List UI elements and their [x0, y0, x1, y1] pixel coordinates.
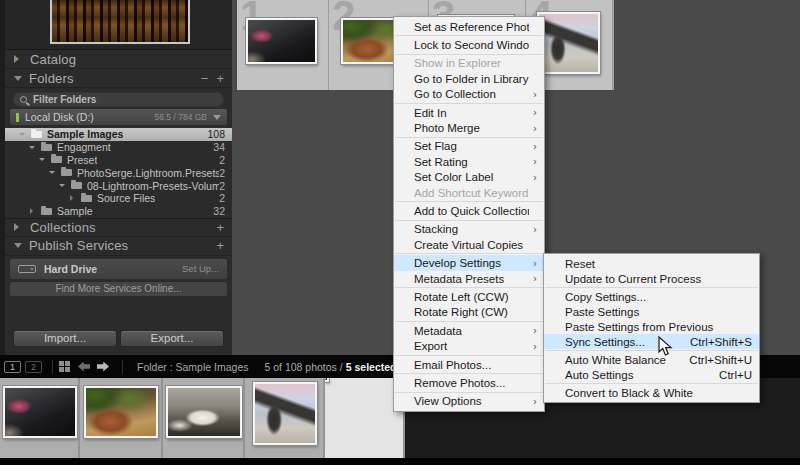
collapse-folders-button[interactable]: − [201, 71, 209, 86]
menu-item[interactable]: Remove Photos... › [394, 375, 544, 390]
filter-folders-input[interactable]: Filter Folders [13, 92, 224, 107]
menu-item[interactable]: View Options › [394, 394, 544, 409]
collections-panel-header[interactable]: Collections + [5, 218, 232, 237]
menu-item[interactable]: Metadata Presets › [394, 271, 544, 286]
filmstrip-cell[interactable]: ± [163, 378, 245, 458]
publish-services-panel-header[interactable]: Publish Services + [5, 237, 232, 256]
menu-item[interactable]: Go to Folder in Library › [394, 71, 544, 86]
menu-separator [395, 137, 543, 138]
second-window-button[interactable]: 2 [25, 361, 42, 373]
main-window-button[interactable]: 1 [4, 361, 21, 373]
menu-item[interactable]: Auto White Balance Ctrl+Shift+U [544, 352, 759, 367]
disclosure-triangle-icon[interactable] [29, 208, 39, 214]
add-publish-service-button[interactable]: + [216, 238, 224, 253]
menu-item[interactable]: Rotate Right (CW) › [394, 305, 544, 320]
menu-item-label: Copy Settings... [565, 291, 734, 303]
menu-item-label: Add Shortcut Keyword [414, 187, 529, 199]
disclosure-triangle-icon[interactable] [59, 181, 69, 190]
menu-item-label: Photo Merge [414, 122, 529, 134]
next-photo-arrow-icon[interactable] [97, 362, 109, 372]
photo-thumbnail[interactable]: ± [166, 386, 242, 438]
menu-item[interactable]: Export › [394, 338, 544, 353]
menu-item-label: Metadata [414, 325, 529, 337]
folder-icon [71, 182, 82, 189]
folder-row[interactable]: 08-Lightroom-Presets-Volume-3-Mo... 2 [5, 179, 232, 192]
folders-panel-header[interactable]: Folders − + [5, 69, 232, 88]
menu-item[interactable]: Copy Settings... [544, 289, 759, 304]
folder-row[interactable]: Preset 2 [5, 154, 232, 167]
search-icon [20, 96, 27, 103]
photo-thumbnail[interactable]: ± [613, 0, 614, 4]
navigator-preview-image[interactable] [50, 0, 190, 44]
source-folder-label[interactable]: Folder : Sample Images [137, 361, 248, 373]
photo-thumbnail[interactable]: ± [84, 386, 158, 438]
menu-item[interactable]: Rotate Left (CCW) › [394, 289, 544, 304]
submenu-arrow-icon: › [529, 273, 537, 284]
menu-item[interactable]: Add Shortcut Keyword › [394, 185, 544, 200]
menu-item[interactable]: Set as Reference Photo › [394, 19, 544, 34]
folder-row[interactable]: Source Files 2 [5, 192, 232, 205]
previous-photo-arrow-icon[interactable] [78, 362, 90, 372]
volume-chevron-down-icon[interactable] [213, 115, 221, 124]
grid-cell[interactable]: 5 ± [613, 0, 614, 90]
menu-item[interactable]: Lock to Second Window › [394, 37, 544, 52]
disclosure-triangle-icon[interactable] [19, 130, 29, 139]
folders-panel-label: Folders [29, 71, 74, 86]
menu-item-label: Set Color Label [414, 171, 529, 183]
menu-item[interactable]: Stacking › [394, 222, 544, 237]
import-button[interactable]: Import... [13, 330, 117, 347]
filmstrip-cell[interactable]: ± [245, 378, 325, 458]
menu-item[interactable]: Create Virtual Copies › [394, 237, 544, 252]
photo-thumbnail[interactable]: ± [246, 18, 317, 64]
folder-row[interactable]: PhotoSerge.Lightroom.Presets.Vol.1-8-...… [5, 166, 232, 179]
menu-item[interactable]: Develop Settings › [394, 255, 544, 270]
menu-item[interactable]: Edit In › [394, 105, 544, 120]
menu-item[interactable]: Paste Settings from Previous [544, 319, 759, 334]
menu-item[interactable]: Go to Collection › [394, 87, 544, 102]
menu-item[interactable]: Set Flag › [394, 139, 544, 154]
volume-browser-local-disk[interactable]: Local Disk (D:) 56.5 / 784 GB [10, 109, 227, 125]
filmstrip-cell[interactable]: ± [80, 378, 163, 458]
toolbar-divider [122, 360, 123, 374]
disclosure-triangle-icon[interactable] [39, 155, 49, 164]
photo-thumbnail[interactable]: ± [3, 386, 77, 438]
add-collection-button[interactable]: + [216, 220, 224, 235]
add-folder-button[interactable]: + [216, 71, 224, 86]
menu-item[interactable]: Set Rating › [394, 154, 544, 169]
set-up-button[interactable]: Set Up... [182, 263, 219, 274]
disclosure-triangle-icon[interactable] [49, 168, 59, 177]
export-button[interactable]: Export... [120, 330, 224, 347]
menu-item-label: Remove Photos... [414, 377, 529, 389]
menu-item[interactable]: Add to Quick Collection › [394, 203, 544, 218]
menu-item-label: View Options [414, 395, 529, 407]
photo-thumbnail[interactable]: ± [325, 378, 329, 382]
menu-item[interactable]: Convert to Black & White [544, 385, 759, 400]
grid-cell[interactable]: 1 ± [237, 0, 329, 90]
filmstrip-cell[interactable]: ± [0, 378, 80, 458]
catalog-panel-header[interactable]: Catalog [5, 50, 232, 69]
folder-icon [31, 131, 42, 138]
folder-row[interactable]: Engagment 34 [5, 141, 232, 154]
menu-item[interactable]: Show in Explorer › [394, 56, 544, 71]
menu-item[interactable]: Update to Current Process [544, 271, 759, 286]
folder-row[interactable]: Sample 32 [5, 205, 232, 218]
grid-view-icon[interactable] [59, 361, 70, 372]
disk-status-led-icon [16, 113, 19, 122]
menu-item[interactable]: Email Photos... › [394, 357, 544, 372]
disclosure-triangle-icon[interactable] [29, 143, 39, 152]
menu-item[interactable]: Paste Settings [544, 304, 759, 319]
menu-item[interactable]: Sync Settings... Ctrl+Shift+S [544, 334, 759, 349]
menu-item[interactable]: Reset [544, 256, 759, 271]
menu-item-label: Sync Settings... [565, 336, 672, 348]
navigator-panel [5, 0, 232, 50]
folder-row[interactable]: Sample Images 108 [5, 128, 232, 141]
photo-thumbnail[interactable]: ± [253, 382, 317, 445]
menu-item[interactable]: Set Color Label › [394, 170, 544, 185]
publish-service-hard-drive[interactable]: Hard Drive Set Up... [10, 259, 227, 279]
menu-item[interactable]: Auto Settings Ctrl+U [544, 367, 759, 382]
disclosure-triangle-icon[interactable] [69, 195, 79, 201]
find-more-services-button[interactable]: Find More Services Online... [10, 282, 227, 296]
menu-item[interactable]: Metadata › [394, 323, 544, 338]
photo-thumbnail[interactable]: ± [537, 12, 600, 74]
menu-item[interactable]: Photo Merge › [394, 120, 544, 135]
